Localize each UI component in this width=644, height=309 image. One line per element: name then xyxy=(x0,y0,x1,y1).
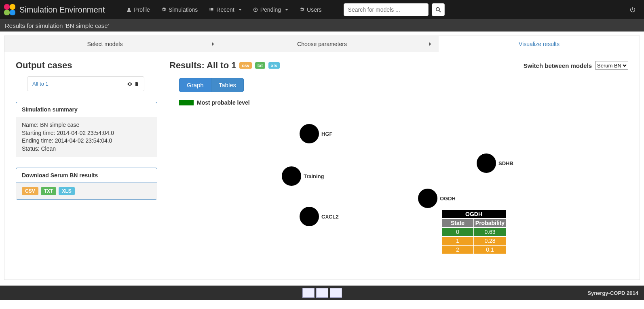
prob-col-prob: Probability xyxy=(474,219,506,227)
list-icon xyxy=(209,7,214,12)
svg-rect-5 xyxy=(210,11,211,11)
nav-pending-label: Pending xyxy=(260,6,281,13)
caret-down-icon xyxy=(285,9,288,11)
prob-table-body: 00.6310.2820.1 xyxy=(441,227,506,254)
partner-badge-icon xyxy=(330,288,342,298)
chevron-right-icon xyxy=(205,36,222,52)
node-cxcl2[interactable]: CXCL2 xyxy=(300,207,339,226)
results-title: Results: All to 1 csv txt xls xyxy=(169,60,280,71)
node-circle xyxy=(300,207,319,226)
clock-icon xyxy=(253,7,258,12)
summary-name: Name: BN simple case xyxy=(22,121,151,129)
svg-rect-4 xyxy=(211,9,213,10)
results-xls-badge[interactable]: xls xyxy=(268,62,279,69)
wizard-step-select-models[interactable]: Select models xyxy=(4,36,205,52)
model-select[interactable]: Serum BN xyxy=(595,61,628,70)
nav-links: Profile Simulations Recent Pending Users xyxy=(121,1,327,19)
table-row: 10.28 xyxy=(441,236,506,245)
prob-table-title: OGDH xyxy=(441,210,506,219)
summary-end: Ending time: 2014-04-02 23:54:04.0 xyxy=(22,137,151,145)
wizard-step-choose-parameters[interactable]: Choose parameters xyxy=(222,36,422,52)
subheader: Results for simulation 'BN simple case' xyxy=(0,19,644,32)
probability-table: OGDH State Probability 00.6310.2820.1 xyxy=(441,209,507,254)
node-hgf[interactable]: HGF xyxy=(300,124,332,143)
gear-icon xyxy=(161,7,166,12)
node-label: OGDH xyxy=(440,195,456,202)
graph-canvas: HGF Training CXCL2 SDHB xyxy=(169,110,628,263)
footer: Synergy-COPD 2014 xyxy=(0,286,644,300)
svg-line-9 xyxy=(439,11,440,12)
download-xls-button[interactable]: XLS xyxy=(59,187,74,195)
search-input[interactable] xyxy=(344,3,429,16)
node-circle xyxy=(418,189,437,208)
svg-point-8 xyxy=(436,8,439,11)
svg-rect-2 xyxy=(211,8,213,9)
download-csv-button[interactable]: CSV xyxy=(22,187,38,195)
legend: Most probable level xyxy=(179,99,628,106)
eu-flag-icon xyxy=(302,288,315,298)
svg-rect-6 xyxy=(211,11,213,11)
nav-profile[interactable]: Profile xyxy=(121,1,156,19)
node-circle xyxy=(300,124,319,143)
download-results-title: Download Serum BN results xyxy=(16,168,157,183)
node-circle xyxy=(282,166,301,186)
download-txt-button[interactable]: TXT xyxy=(41,187,57,195)
table-row: 20.1 xyxy=(441,245,506,254)
nav-simulations-label: Simulations xyxy=(169,6,198,13)
search-icon xyxy=(435,7,441,13)
node-sdhb[interactable]: SDHB xyxy=(477,153,513,173)
tab-tables[interactable]: Tables xyxy=(211,78,244,92)
fp7-badge-icon xyxy=(316,288,328,298)
view-tabs: Graph Tables xyxy=(179,78,244,92)
footer-text: Synergy-COPD 2014 xyxy=(587,290,638,296)
chevron-right-icon xyxy=(422,36,439,52)
node-label: SDHB xyxy=(498,160,513,166)
table-row: 00.63 xyxy=(441,227,506,236)
top-navbar: Simulation Environment Profile Simulatio… xyxy=(0,0,644,19)
svg-rect-3 xyxy=(210,9,211,10)
legend-text: Most probable level xyxy=(197,99,250,106)
wizard-step-visualize-results[interactable]: Visualize results xyxy=(439,36,640,52)
node-training[interactable]: Training xyxy=(282,166,324,186)
switch-label: Switch between models xyxy=(524,62,592,69)
summary-start: Starting time: 2014-04-02 23:54:04.0 xyxy=(22,129,151,137)
nav-users[interactable]: Users xyxy=(294,1,327,19)
nav-users-label: Users xyxy=(307,6,322,13)
model-switch-group: Switch between models Serum BN xyxy=(524,61,628,70)
svg-point-0 xyxy=(128,8,130,10)
results-txt-badge[interactable]: txt xyxy=(255,62,265,69)
simulation-summary-panel: Simulation summary Name: BN simple case … xyxy=(16,102,157,157)
footer-badges xyxy=(302,288,342,298)
nav-recent-label: Recent xyxy=(216,6,234,13)
node-label: Training xyxy=(304,173,324,179)
nav-recent[interactable]: Recent xyxy=(203,1,247,19)
nav-simulations[interactable]: Simulations xyxy=(156,1,203,19)
simulation-summary-title: Simulation summary xyxy=(16,102,157,117)
brand-title: Simulation Environment xyxy=(19,5,105,15)
caret-down-icon xyxy=(239,9,242,11)
nav-pending[interactable]: Pending xyxy=(247,1,294,19)
file-icon[interactable] xyxy=(134,81,139,87)
output-case-item: All to 1 xyxy=(27,76,144,91)
graph-edges xyxy=(169,110,291,170)
node-label: HGF xyxy=(321,131,332,137)
output-case-link[interactable]: All to 1 xyxy=(32,81,49,87)
search-button[interactable] xyxy=(432,3,445,16)
user-icon xyxy=(127,7,131,12)
eye-icon[interactable] xyxy=(127,81,133,87)
wizard-steps: Select models Choose parameters Visualiz… xyxy=(4,36,640,52)
output-cases-title: Output cases xyxy=(16,60,157,71)
node-label: CXCL2 xyxy=(321,214,339,220)
power-button[interactable] xyxy=(625,2,640,17)
node-circle xyxy=(477,153,496,173)
download-results-panel: Download Serum BN results CSV TXT XLS xyxy=(16,168,157,200)
prob-col-state: State xyxy=(441,219,474,227)
summary-status: Status: Clean xyxy=(22,145,151,153)
gear-icon xyxy=(300,7,304,12)
svg-rect-1 xyxy=(210,8,211,9)
node-ogdh[interactable]: OGDH xyxy=(418,189,456,208)
nav-profile-label: Profile xyxy=(134,6,150,13)
legend-swatch xyxy=(179,100,194,105)
results-csv-badge[interactable]: csv xyxy=(239,62,251,69)
tab-graph[interactable]: Graph xyxy=(179,78,211,92)
